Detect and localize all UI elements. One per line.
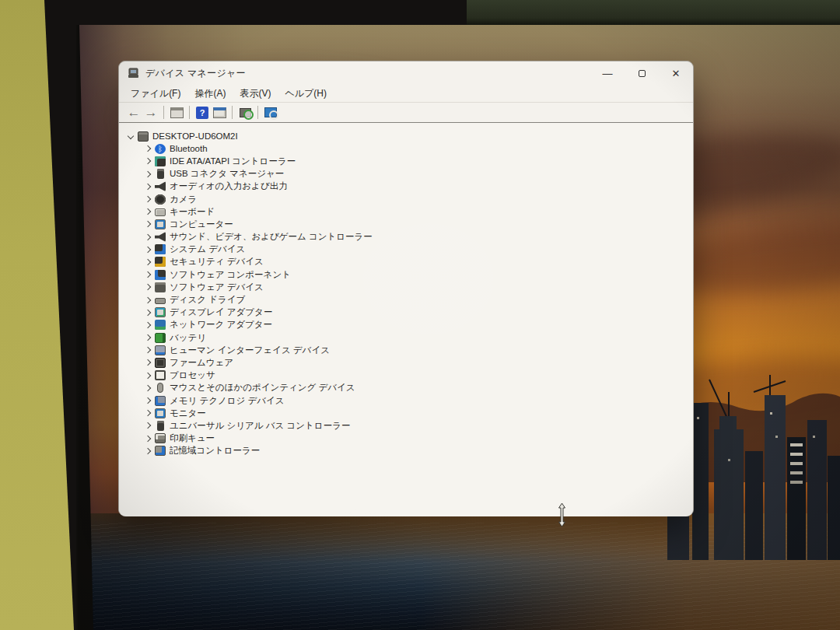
menu-action[interactable]: 操作(A) [187,86,233,102]
tree-item-label: サウンド、ビデオ、およびゲーム コントローラー [170,231,373,243]
security-icon [155,257,166,267]
chevron-right-icon[interactable] [145,233,151,240]
tree-item[interactable]: サウンド、ビデオ、およびゲーム コントローラー [125,231,693,243]
tree-item-label: カメラ [170,194,197,205]
window-controls: — ✕ [590,61,693,85]
tree-item-label: USB コネクタ マネージャー [170,168,284,180]
tree-item[interactable]: ファームウェア [125,356,693,369]
mouse-icon [157,383,163,393]
chevron-right-icon[interactable] [145,284,151,290]
tree-item[interactable]: コンピューター [125,218,693,230]
tree-item-label: ファームウェア [170,357,233,369]
memory-icon [155,396,166,406]
menu-file[interactable]: ファイル(F) [124,86,187,102]
tree-root-row[interactable]: DESKTOP-UD6OM2I [125,130,693,142]
chevron-right-icon[interactable] [145,296,151,303]
back-icon[interactable]: ← [125,105,142,121]
tree-item[interactable]: プロセッサ [125,369,693,382]
chevron-right-icon[interactable] [145,448,151,454]
maximize-button[interactable] [625,61,659,85]
tree-item[interactable]: ネットワーク アダプター [125,319,693,331]
tree-item[interactable]: ソフトウェア デバイス [125,281,693,293]
tree-item[interactable]: カメラ [125,193,693,205]
tree-item-label: IDE ATA/ATAPI コントローラー [170,156,296,167]
resize-vertical-cursor [557,502,567,527]
laptop-photo: デバイス マネージャー — ✕ ファイル(F) 操作(A) 表示(V) ヘルプ(… [0,0,840,630]
tree-item[interactable]: メモリ テクノロジ デバイス [125,394,693,407]
storage-icon [155,446,166,456]
chevron-right-icon[interactable] [145,145,151,152]
chevron-right-icon[interactable] [145,309,151,315]
tree-item[interactable]: ヒューマン インターフェイス デバイス [125,344,693,356]
tree-item[interactable]: キーボード [125,205,693,218]
tree-item[interactable]: オーディオの入力および出力 [125,180,693,193]
tree-item-label: プロセッサ [170,369,215,381]
chevron-right-icon[interactable] [145,410,151,416]
chevron-right-icon[interactable] [145,184,151,190]
sw-dev-icon [155,282,166,292]
tree-item[interactable]: 印刷キュー [125,432,693,445]
chevron-right-icon[interactable] [145,322,151,328]
audio-icon [155,232,166,242]
search-computer-icon[interactable] [262,105,279,121]
menu-view[interactable]: 表示(V) [233,86,278,102]
tree-item[interactable]: ソフトウェア コンポーネント [125,268,693,281]
properties-icon[interactable] [211,105,228,121]
tree-item[interactable]: バッテリ [125,331,693,344]
processor-icon [155,370,166,380]
computer-icon [138,131,149,142]
disk-icon [155,298,166,304]
tree-item[interactable]: ユニバーサル シリアル バス コントローラー [125,419,693,432]
tree-item[interactable]: IDE ATA/ATAPI コントローラー [125,155,693,167]
chevron-down-icon[interactable] [128,133,134,139]
chevron-right-icon[interactable] [145,247,151,253]
tree-item[interactable]: マウスとそのほかのポインティング デバイス [125,382,693,394]
tree-item-label: Bluetooth [170,144,208,153]
window-title: デバイス マネージャー [145,67,246,80]
chevron-right-icon[interactable] [145,372,151,378]
system-icon [155,244,166,254]
chevron-right-icon[interactable] [145,359,151,366]
wall-background [0,0,78,630]
chevron-right-icon[interactable] [145,170,151,177]
audio-icon [155,181,166,191]
chevron-right-icon[interactable] [145,385,151,391]
close-button[interactable]: ✕ [659,61,693,85]
chevron-right-icon[interactable] [145,158,151,164]
chevron-right-icon[interactable] [145,259,151,265]
chevron-right-icon[interactable] [145,347,151,353]
tree-item[interactable]: ᛒBluetooth [125,142,693,155]
network-icon [155,320,166,330]
scan-hardware-changes-icon[interactable] [236,105,254,121]
tree-item[interactable]: ディスク ドライブ [125,293,693,306]
device-tree: DESKTOP-UD6OM2I ᛒBluetoothIDE ATA/ATAPI … [119,123,693,516]
menu-help[interactable]: ヘルプ(H) [278,86,334,102]
tree-item[interactable]: USB コネクタ マネージャー [125,168,693,180]
toolbar-separator [232,106,233,119]
chevron-right-icon[interactable] [145,397,151,404]
tree-item[interactable]: モニター [125,407,693,419]
tree-item[interactable]: ディスプレイ アダプター [125,306,693,319]
hid-icon [155,345,166,355]
camera-glare [317,512,418,516]
maximize-glyph [639,70,646,77]
bluetooth-icon: ᛒ [155,144,166,154]
minimize-button[interactable]: — [590,61,625,85]
tree-item[interactable]: システム デバイス [125,243,693,256]
chevron-right-icon[interactable] [145,221,151,227]
forward-icon[interactable]: → [142,105,159,121]
tree-item[interactable]: 記憶域コントローラー [125,445,693,457]
toolbar-separator [189,106,190,119]
title-bar[interactable]: デバイス マネージャー — ✕ [119,61,693,85]
tree-item[interactable]: セキュリティ デバイス [125,256,693,268]
chevron-right-icon[interactable] [145,435,151,441]
show-console-tree-icon[interactable] [168,105,185,121]
help-icon[interactable]: ? [194,105,211,121]
chevron-right-icon[interactable] [145,334,151,341]
usb-icon [157,169,164,179]
chevron-right-icon[interactable] [145,196,151,202]
toolbar-separator [163,106,164,119]
chevron-right-icon[interactable] [145,422,151,429]
chevron-right-icon[interactable] [145,271,151,278]
chevron-right-icon[interactable] [145,208,151,215]
